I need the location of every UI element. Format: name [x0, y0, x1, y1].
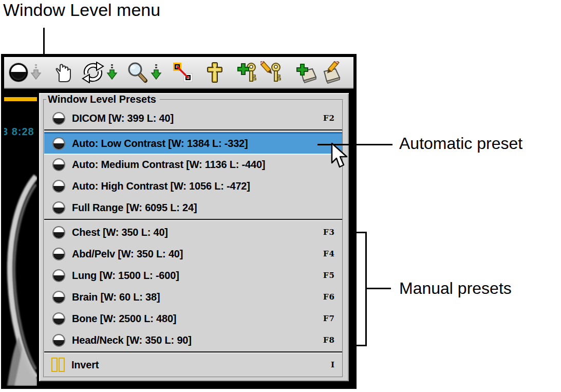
link-stack-icon	[173, 62, 193, 83]
edit-note-button[interactable]	[320, 60, 343, 85]
preset-menu-item[interactable]: Auto: High Contrast [W: 1056 L: -472]	[44, 175, 342, 197]
preset-label: Auto: Low Contrast [W: 1384 L: -332]	[72, 138, 331, 150]
preset-shortcut: F2	[323, 114, 335, 123]
window-level-presets-groupbox: Window Level Presets DICOM [W: 399 L: 40…	[43, 94, 343, 378]
annotation-window-level-menu: Window Level menu	[3, 0, 160, 20]
toolbar	[4, 57, 353, 89]
preset-label: DICOM [W: 399 L: 40]	[72, 113, 319, 124]
pan-hand-icon	[54, 62, 73, 83]
preset-menu-item[interactable]: Full Range [W: 6095 L: 24]	[44, 197, 342, 218]
window-level-sphere-icon	[52, 158, 65, 171]
preset-menu-item[interactable]: DICOM [W: 399 L: 40] F2	[44, 107, 342, 129]
dropdown-arrow-green-icon	[106, 64, 118, 81]
edit-key-button[interactable]	[260, 60, 284, 85]
annotation-manual-presets: Manual presets	[399, 279, 512, 298]
window-level-sphere-icon	[52, 137, 65, 150]
gold-cross-icon	[205, 62, 225, 83]
preset-menu-item[interactable]: Chest [W: 350 L: 40] F3	[44, 221, 342, 243]
window-level-button[interactable]	[8, 60, 29, 85]
gold-cross-button[interactable]	[204, 60, 225, 85]
groupbox-title: Window Level Presets	[46, 94, 160, 105]
window-level-sphere-icon	[52, 291, 65, 304]
preset-menu-list: DICOM [W: 399 L: 40] F2 Auto: Low Contra…	[44, 107, 342, 377]
preset-menu-item[interactable]: Bone [W: 2500 L: 480] F7	[44, 308, 342, 329]
preset-shortcut: F8	[323, 335, 335, 345]
menu-separator	[44, 351, 342, 353]
preset-label: Abd/Pelv [W: 350 L: 40]	[72, 248, 319, 260]
window-level-sphere-icon	[52, 334, 65, 347]
window-level-presets-popup: Window Level Presets DICOM [W: 399 L: 40…	[37, 91, 353, 386]
preset-menu-item[interactable]: Head/Neck [W: 350 L: 90] F8	[44, 329, 342, 351]
window-level-sphere-icon	[52, 201, 65, 214]
add-key-button[interactable]	[235, 60, 259, 85]
add-note-button[interactable]	[295, 60, 319, 85]
window-level-dropdown-button[interactable]	[30, 60, 42, 85]
invert-menu-item[interactable]: Invert I	[44, 354, 342, 376]
preset-label: Lung [W: 1500 L: -600]	[72, 270, 319, 282]
preset-label: Chest [W: 350 L: 40]	[72, 227, 319, 238]
preset-shortcut: I	[331, 360, 335, 369]
refresh-icon	[82, 62, 104, 83]
preset-label: Brain [W: 60 L: 38]	[72, 291, 319, 303]
preset-shortcut: F7	[323, 314, 335, 323]
window-level-sphere-icon	[52, 180, 65, 193]
zoom-magnifier-icon	[126, 62, 148, 83]
edit-note-icon	[320, 61, 343, 84]
preset-shortcut: F5	[323, 271, 335, 280]
invert-icon	[51, 358, 65, 372]
menu-separator	[44, 129, 342, 132]
annotation-automatic-preset: Automatic preset	[399, 134, 522, 153]
link-stack-button[interactable]	[173, 60, 193, 85]
preset-shortcut: F4	[323, 249, 335, 258]
refresh-dropdown-button[interactable]	[106, 60, 118, 85]
preset-label: Auto: High Contrast [W: 1056 L: -472]	[72, 180, 331, 192]
preset-menu-item[interactable]: Auto: Medium Contrast [W: 1136 L: -440]	[44, 154, 342, 175]
preset-label: Head/Neck [W: 350 L: 90]	[72, 334, 319, 346]
preset-menu-item[interactable]: Brain [W: 60 L: 38] F6	[44, 286, 342, 308]
preset-label: Auto: Medium Contrast [W: 1136 L: -440]	[72, 159, 331, 171]
mouse-cursor-icon	[330, 142, 350, 169]
edit-key-icon	[260, 61, 283, 84]
callout-line-manual-presets	[365, 288, 391, 289]
zoom-dropdown-button[interactable]	[150, 60, 162, 85]
ct-image-fragment	[4, 89, 37, 386]
dropdown-arrow-green-icon	[151, 64, 162, 81]
preset-shortcut: F6	[323, 292, 335, 302]
refresh-button[interactable]	[81, 60, 105, 85]
preset-menu-item[interactable]: Lung [W: 1500 L: -600] F5	[44, 265, 342, 286]
add-note-icon	[295, 61, 318, 84]
preset-shortcut: F3	[323, 228, 335, 237]
preset-label: Full Range [W: 6095 L: 24]	[72, 202, 331, 214]
preset-label: Invert	[71, 359, 327, 371]
callout-line-automatic-preset	[317, 144, 392, 145]
preset-label: Bone [W: 2500 L: 480]	[72, 313, 319, 325]
window-level-icon	[9, 63, 28, 82]
window-level-sphere-icon	[52, 248, 65, 260]
window-level-sphere-icon	[52, 112, 65, 125]
add-key-icon	[236, 61, 258, 84]
window-level-sphere-icon	[52, 269, 65, 282]
window-level-sphere-icon	[52, 226, 65, 239]
bracket-top-line	[352, 232, 367, 233]
preset-menu-item[interactable]: Abd/Pelv [W: 350 L: 40] F4	[44, 243, 342, 265]
figure-canvas: Window Level menu	[0, 0, 561, 392]
pan-button[interactable]	[53, 60, 74, 85]
application-window: 3 8:28 Window Level Presets	[1, 54, 357, 389]
window-level-sphere-icon	[52, 312, 65, 325]
dropdown-arrow-disabled-icon	[30, 64, 42, 81]
zoom-button[interactable]	[125, 60, 149, 85]
bracket-bottom-line	[352, 345, 367, 346]
menu-separator	[44, 219, 342, 221]
preset-menu-item[interactable]: Auto: Low Contrast [W: 1384 L: -332]	[44, 132, 342, 154]
